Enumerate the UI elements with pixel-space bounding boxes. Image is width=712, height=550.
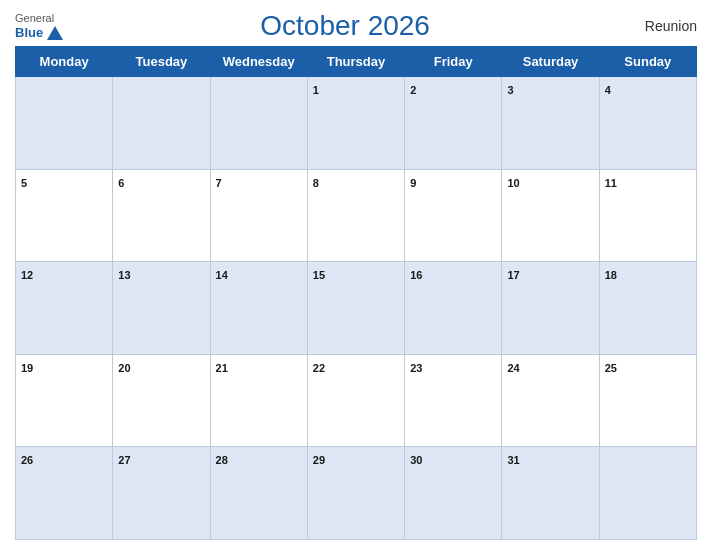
day-number: 3: [507, 84, 513, 96]
calendar-cell: 26: [16, 447, 113, 540]
calendar-cell: 11: [599, 169, 696, 262]
day-number: 15: [313, 269, 325, 281]
calendar-cell: [210, 77, 307, 170]
calendar-cell: 13: [113, 262, 210, 355]
day-number: 22: [313, 362, 325, 374]
weekday-wednesday: Wednesday: [210, 47, 307, 77]
day-number: 13: [118, 269, 130, 281]
calendar-cell: 10: [502, 169, 599, 262]
calendar-week-row: 19202122232425: [16, 354, 697, 447]
calendar-cell: 5: [16, 169, 113, 262]
calendar-cell: 14: [210, 262, 307, 355]
logo-general-text: General: [15, 12, 54, 25]
calendar-cell: 3: [502, 77, 599, 170]
day-number: 31: [507, 454, 519, 466]
calendar-cell: 17: [502, 262, 599, 355]
calendar-cell: 7: [210, 169, 307, 262]
calendar-cell: 27: [113, 447, 210, 540]
day-number: 18: [605, 269, 617, 281]
region-label: Reunion: [627, 18, 697, 34]
weekday-sunday: Sunday: [599, 47, 696, 77]
day-number: 4: [605, 84, 611, 96]
calendar-cell: 18: [599, 262, 696, 355]
calendar-cell: [16, 77, 113, 170]
day-number: 17: [507, 269, 519, 281]
calendar-cell: 31: [502, 447, 599, 540]
calendar-week-row: 1234: [16, 77, 697, 170]
day-number: 16: [410, 269, 422, 281]
calendar-cell: 16: [405, 262, 502, 355]
calendar-week-row: 12131415161718: [16, 262, 697, 355]
day-number: 7: [216, 177, 222, 189]
calendar-cell: 15: [307, 262, 404, 355]
calendar-cell: 25: [599, 354, 696, 447]
calendar-cell: 28: [210, 447, 307, 540]
day-number: 25: [605, 362, 617, 374]
calendar-cell: 12: [16, 262, 113, 355]
calendar-cell: 20: [113, 354, 210, 447]
calendar-cell: 24: [502, 354, 599, 447]
day-number: 11: [605, 177, 617, 189]
calendar-cell: 21: [210, 354, 307, 447]
day-number: 23: [410, 362, 422, 374]
calendar-cell: 19: [16, 354, 113, 447]
weekday-thursday: Thursday: [307, 47, 404, 77]
weekday-saturday: Saturday: [502, 47, 599, 77]
day-number: 27: [118, 454, 130, 466]
logo-blue-text: Blue: [15, 25, 63, 40]
day-number: 20: [118, 362, 130, 374]
day-number: 29: [313, 454, 325, 466]
day-number: 10: [507, 177, 519, 189]
day-number: 19: [21, 362, 33, 374]
day-number: 1: [313, 84, 319, 96]
day-number: 2: [410, 84, 416, 96]
calendar-cell: 30: [405, 447, 502, 540]
day-number: 30: [410, 454, 422, 466]
weekday-friday: Friday: [405, 47, 502, 77]
calendar-cell: 29: [307, 447, 404, 540]
calendar-cell: 6: [113, 169, 210, 262]
calendar-cell: [113, 77, 210, 170]
calendar-week-row: 567891011: [16, 169, 697, 262]
day-number: 12: [21, 269, 33, 281]
calendar-cell: [599, 447, 696, 540]
calendar-cell: 9: [405, 169, 502, 262]
calendar-week-row: 262728293031: [16, 447, 697, 540]
logo: General Blue: [15, 12, 63, 40]
day-number: 28: [216, 454, 228, 466]
day-number: 9: [410, 177, 416, 189]
day-number: 5: [21, 177, 27, 189]
calendar-cell: 4: [599, 77, 696, 170]
calendar-cell: 23: [405, 354, 502, 447]
logo-triangle-icon: [47, 26, 63, 40]
calendar-cell: 22: [307, 354, 404, 447]
day-number: 6: [118, 177, 124, 189]
day-number: 14: [216, 269, 228, 281]
calendar-cell: 2: [405, 77, 502, 170]
weekday-monday: Monday: [16, 47, 113, 77]
calendar-cell: 8: [307, 169, 404, 262]
weekday-header-row: MondayTuesdayWednesdayThursdayFridaySatu…: [16, 47, 697, 77]
day-number: 24: [507, 362, 519, 374]
calendar-title: October 2026: [260, 10, 430, 42]
day-number: 8: [313, 177, 319, 189]
day-number: 26: [21, 454, 33, 466]
calendar-header: General Blue October 2026 Reunion: [15, 10, 697, 42]
day-number: 21: [216, 362, 228, 374]
calendar-table: MondayTuesdayWednesdayThursdayFridaySatu…: [15, 46, 697, 540]
calendar-cell: 1: [307, 77, 404, 170]
weekday-tuesday: Tuesday: [113, 47, 210, 77]
